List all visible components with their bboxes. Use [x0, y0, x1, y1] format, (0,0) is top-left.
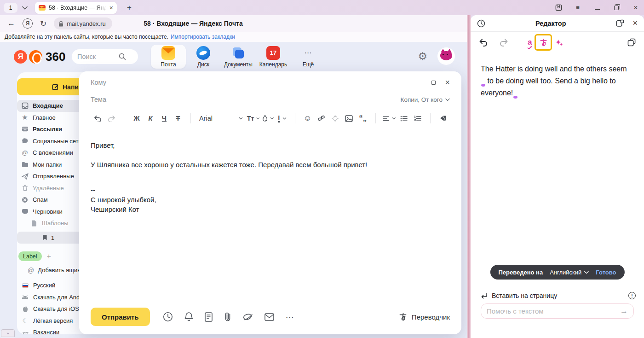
sidebar-item-inbox[interactable]: Входящие	[17, 100, 80, 112]
envelope-icon[interactable]	[264, 313, 274, 321]
undo-icon[interactable]	[92, 112, 103, 124]
subject-field[interactable]: Тема	[91, 96, 401, 103]
ai-improve-icon[interactable]	[555, 38, 564, 47]
more-options-icon[interactable]: ⋯	[286, 312, 295, 322]
yandex360-logo[interactable]: Я 360	[14, 50, 65, 64]
restore-window-icon[interactable]	[613, 4, 620, 12]
attach-file-icon[interactable]	[224, 312, 231, 322]
app-mail[interactable]: Почта	[151, 45, 186, 69]
add-mailbox-item[interactable]: @ Добавить ящик	[28, 264, 80, 276]
translator-toggle[interactable]: Переводчик	[398, 312, 450, 321]
send-button[interactable]: Отправить	[91, 308, 150, 326]
submit-arrow-icon[interactable]: →	[620, 307, 628, 316]
insert-link-icon[interactable]	[316, 112, 327, 124]
app-disk[interactable]: Диск	[186, 45, 221, 69]
compose-minimize-icon[interactable]	[417, 81, 422, 84]
font-size-dropdown[interactable]: Tт	[247, 112, 259, 124]
close-panel-icon[interactable]: ×	[632, 18, 638, 28]
sidebar-item-templates[interactable]: Шаблоны	[17, 217, 80, 229]
compose-close-icon[interactable]: ×	[445, 78, 450, 87]
history-clock-icon[interactable]	[477, 19, 485, 28]
ai-prompt-box[interactable]: →	[481, 303, 634, 319]
sidebar-item-main[interactable]: ★ Главное	[17, 112, 80, 124]
back-icon[interactable]: ←	[7, 19, 15, 28]
sidebar-item-deleted[interactable]: Удалённые	[17, 182, 80, 194]
copies-from-toggle[interactable]: Копии, От кого	[401, 96, 450, 103]
sidebar-item-attachments[interactable]: @ С вложениями	[17, 147, 80, 159]
highlight-color-dropdown[interactable]	[262, 112, 274, 124]
notify-bell-icon[interactable]	[184, 312, 193, 322]
editor-undo-icon[interactable]	[479, 39, 488, 47]
sidebar-item-drafts[interactable]: Черновики	[17, 206, 80, 218]
compose-button[interactable]: Напи	[17, 78, 80, 95]
tab-close-icon[interactable]: ×	[109, 5, 113, 11]
vacancies-link[interactable]: Вакансии	[21, 326, 80, 334]
import-bookmarks-link[interactable]: Импортировать закладки	[171, 34, 235, 40]
ai-prompt-input[interactable]	[487, 307, 620, 315]
insert-image-icon[interactable]	[344, 112, 355, 124]
font-family-dropdown[interactable]: Arial	[199, 115, 243, 122]
emoji-icon[interactable]: ☺	[302, 112, 313, 124]
menu-icon[interactable]: ≡	[574, 4, 581, 12]
sidebar-bookmarks-row[interactable]: 1	[17, 232, 80, 244]
sidebar-item-newsletters[interactable]: Рассылки	[17, 123, 80, 135]
download-ios-link[interactable]: Скачать для iOS	[21, 303, 80, 315]
insert-on-page-action[interactable]: Вставить на страницу !	[481, 292, 636, 299]
label-tag[interactable]: Label	[18, 251, 42, 261]
bullet-list-icon[interactable]	[398, 112, 409, 124]
selection-handle-end[interactable]	[513, 96, 518, 99]
browser-shelf-widget[interactable]: »	[1, 329, 15, 337]
app-calendar[interactable]: 17 Календарь	[256, 45, 291, 69]
sidebar-item-sent[interactable]: Отправленные	[17, 170, 80, 182]
panel-divider[interactable]	[467, 15, 471, 338]
signature-pen-icon[interactable]	[243, 313, 253, 321]
new-tab-button[interactable]: +	[123, 2, 135, 14]
message-body[interactable]: Привет, У Шляпника все хорошо у остальны…	[79, 128, 461, 214]
yandex-services-icon[interactable]: Я	[23, 18, 33, 29]
text-color-dropdown[interactable]: I	[277, 112, 288, 124]
light-version-link[interactable]: ☾ Лёгкая версия	[21, 315, 80, 327]
open-in-window-icon[interactable]	[616, 19, 624, 27]
selection-handle-start[interactable]	[481, 84, 485, 87]
active-tab[interactable]: 58 · Входящие — Яндек ×	[35, 2, 117, 14]
quote-icon[interactable]: “„	[357, 112, 368, 124]
translate-icon[interactable]	[539, 38, 548, 47]
compose-restore-icon[interactable]	[431, 81, 436, 85]
translated-text[interactable]: The Hatter is doing well and the others …	[471, 53, 638, 99]
app-more[interactable]: ⋯ Ещё	[291, 45, 326, 69]
to-field[interactable]: Кому	[91, 79, 417, 86]
sidebar-item-my-folders[interactable]: Мои папки	[17, 159, 80, 171]
clear-formatting-icon[interactable]	[437, 112, 448, 124]
remove-link-icon[interactable]	[330, 112, 341, 124]
settings-gear-icon[interactable]: ⚙	[418, 50, 427, 63]
align-dropdown[interactable]	[383, 112, 396, 124]
info-warning-icon[interactable]: !	[628, 292, 636, 299]
close-window-icon[interactable]: ×	[632, 4, 639, 12]
send-later-icon[interactable]	[163, 312, 173, 322]
download-android-link[interactable]: Скачать для Andro	[21, 291, 80, 303]
user-avatar[interactable]	[437, 47, 455, 65]
spellcheck-icon[interactable]: a	[528, 38, 532, 47]
search-input[interactable]	[77, 53, 119, 60]
language-switch[interactable]: Русский	[21, 280, 80, 291]
strikethrough-button[interactable]: Т	[172, 112, 184, 124]
underline-button[interactable]: Ч	[159, 112, 170, 124]
sidebar-item-social[interactable]: Социальные сети	[17, 135, 80, 147]
language-dropdown[interactable]: Английский	[550, 269, 589, 276]
panels-icon[interactable]	[555, 4, 562, 12]
numbered-list-icon[interactable]	[412, 112, 423, 124]
add-label-icon[interactable]: +	[47, 252, 51, 261]
copy-text-icon[interactable]	[627, 38, 636, 47]
tab-list-chevron-icon[interactable]	[22, 6, 28, 10]
sidebar-item-spam[interactable]: Спам	[17, 194, 80, 206]
italic-button[interactable]: К	[145, 112, 156, 124]
template-note-icon[interactable]	[205, 312, 213, 322]
tab-counter-button[interactable]: 1	[4, 3, 17, 13]
redo-icon[interactable]	[106, 112, 117, 124]
url-field[interactable]: mail.yandex.ru	[54, 17, 112, 29]
bold-button[interactable]: Ж	[131, 112, 142, 124]
editor-redo-icon[interactable]	[500, 39, 508, 47]
minimize-window-icon[interactable]	[593, 4, 601, 12]
search-box[interactable]	[72, 49, 138, 64]
refresh-icon[interactable]: ↻	[40, 19, 46, 29]
